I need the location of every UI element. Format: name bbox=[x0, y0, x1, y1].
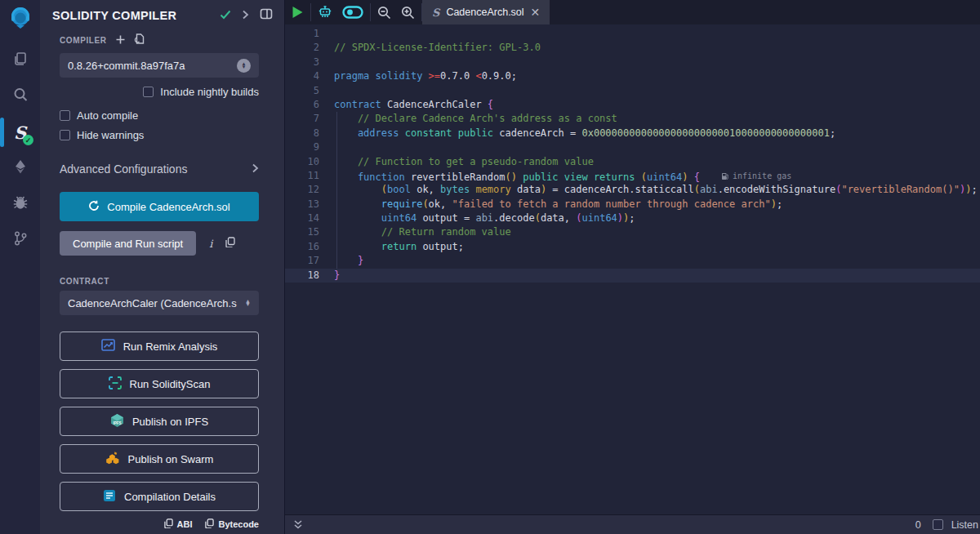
copy-abi-button[interactable]: ABI bbox=[164, 518, 193, 530]
pin-panel-icon[interactable] bbox=[260, 8, 273, 23]
code-line-8[interactable]: 8 address constant public cadenceArch = … bbox=[285, 127, 980, 140]
refresh-icon bbox=[88, 200, 100, 214]
compile-button[interactable]: Compile CadenceArch.sol bbox=[60, 192, 259, 221]
line-number: 12 bbox=[285, 183, 319, 197]
copy-icon bbox=[164, 518, 173, 530]
compiler-version-select[interactable]: 0.8.26+commit.8a97fa7a ▲▼ bbox=[60, 53, 259, 78]
copy-icon bbox=[205, 518, 214, 530]
sidebar-item-deploy-run[interactable] bbox=[0, 150, 40, 186]
compile-and-run-button[interactable]: Compile and Run script bbox=[60, 231, 196, 256]
collapse-panel-icon[interactable] bbox=[242, 8, 249, 23]
bytecode-label: Bytecode bbox=[218, 519, 259, 529]
code-lines: 12// SPDX-License-Identifier: GPL-3.034p… bbox=[285, 27, 980, 283]
code-line-14[interactable]: 14 uint64 output = abi.decode(data, (uin… bbox=[285, 211, 980, 225]
git-branch-icon bbox=[12, 230, 29, 250]
listen-checkbox[interactable] bbox=[933, 519, 943, 530]
active-tab-indicator bbox=[0, 118, 4, 147]
code-line-9[interactable]: 9 bbox=[285, 140, 980, 154]
ethereum-deploy-icon bbox=[12, 158, 29, 178]
chevron-right-icon bbox=[252, 162, 259, 176]
line-number: 10 bbox=[285, 155, 319, 169]
line-number: 5 bbox=[285, 84, 319, 98]
line-number: 4 bbox=[285, 69, 319, 83]
expand-terminal-icon[interactable] bbox=[293, 519, 303, 530]
tab-filename: CadenceArch.sol bbox=[446, 7, 523, 18]
solidity-file-icon: S bbox=[432, 7, 439, 19]
copy-icon[interactable] bbox=[225, 236, 235, 251]
zoom-out-icon[interactable] bbox=[377, 6, 391, 20]
line-number: 8 bbox=[285, 127, 319, 140]
sidebar-item-solidity-compiler[interactable]: S ✓ bbox=[0, 114, 40, 150]
hide-warnings-label: Hide warnings bbox=[77, 129, 144, 141]
line-number: 18 bbox=[285, 269, 319, 283]
line-number: 7 bbox=[285, 112, 319, 126]
compile-success-badge-icon: ✓ bbox=[23, 135, 33, 145]
code-line-13[interactable]: 13 require(ok, "failed to fetch a random… bbox=[285, 198, 980, 211]
run-solidityscan-button[interactable]: Run SolidityScan bbox=[60, 369, 259, 398]
tab-cadencearch-sol[interactable]: S CadenceArch.sol ✕ bbox=[422, 0, 550, 24]
sidebar-item-home[interactable] bbox=[0, 0, 40, 38]
line-number: 1 bbox=[285, 27, 319, 41]
hide-warnings-checkbox[interactable] bbox=[60, 130, 70, 140]
code-line-15[interactable]: 15 // Return random value bbox=[285, 225, 980, 239]
sidebar-item-file-explorer[interactable] bbox=[0, 42, 40, 78]
code-line-10[interactable]: 10 // Function to get a pseudo-random va… bbox=[285, 155, 980, 169]
copilot-toggle[interactable] bbox=[342, 6, 363, 19]
publish-swarm-button[interactable]: Publish on Swarm bbox=[60, 444, 259, 474]
import-compiler-icon[interactable] bbox=[134, 33, 145, 47]
remix-logo-icon bbox=[8, 5, 33, 33]
select-arrows-icon: ▲▼ bbox=[245, 300, 251, 307]
advanced-configurations-label: Advanced Configurations bbox=[60, 162, 252, 176]
code-line-5[interactable]: 5 bbox=[285, 84, 980, 98]
add-compiler-icon[interactable] bbox=[116, 33, 125, 47]
solidity-compiler-panel: SOLIDITY COMPILER COMPILER 0.8.26+commit bbox=[40, 0, 285, 534]
panel-title: SOLIDITY COMPILER bbox=[52, 9, 220, 22]
close-tab-icon[interactable]: ✕ bbox=[531, 6, 541, 19]
terminal-bar: 0 Listen bbox=[285, 514, 980, 534]
copy-bytecode-button[interactable]: Bytecode bbox=[205, 518, 259, 530]
compiled-check-icon bbox=[220, 8, 231, 23]
publish-ipfs-button[interactable]: IPFS Publish on IPFS bbox=[60, 407, 259, 436]
scan-icon bbox=[109, 376, 122, 392]
run-script-play-button[interactable] bbox=[292, 6, 304, 19]
zoom-in-icon[interactable] bbox=[401, 6, 415, 20]
code-line-4[interactable]: 4pragma solidity >=0.7.0 <0.9.0; bbox=[285, 69, 980, 83]
compilation-details-button[interactable]: Compilation Details bbox=[60, 482, 259, 511]
editor-toolbar: S CadenceArch.sol ✕ bbox=[285, 0, 980, 24]
code-line-17[interactable]: 17 } bbox=[285, 254, 980, 268]
compiler-version-value: 0.8.26+commit.8a97fa7a bbox=[68, 60, 237, 72]
code-line-11[interactable]: 11 function revertibleRandom() public vi… bbox=[285, 169, 980, 183]
sidebar-item-git[interactable] bbox=[0, 222, 40, 258]
code-line-1[interactable]: 1 bbox=[285, 27, 980, 41]
gas-estimate-annotation: infinite gas bbox=[721, 169, 791, 183]
info-icon[interactable]: i bbox=[209, 238, 212, 250]
editor-column: S CadenceArch.sol ✕ 12// SPDX-License-Id… bbox=[285, 0, 980, 534]
code-line-18[interactable]: 18} bbox=[285, 269, 980, 283]
contract-select[interactable]: CadenceArchCaler (CadenceArch.s ▲▼ bbox=[60, 291, 259, 315]
code-line-7[interactable]: 7 // Declare Cadence Arch's address as a… bbox=[285, 112, 980, 126]
sidebar-item-search[interactable] bbox=[0, 78, 40, 114]
line-number: 6 bbox=[285, 98, 319, 112]
ai-copilot-robot-icon[interactable] bbox=[318, 5, 332, 20]
analysis-chart-icon bbox=[101, 339, 115, 354]
code-line-6[interactable]: 6contract CadenceArchCaler { bbox=[285, 98, 980, 112]
run-remix-analysis-button[interactable]: Run Remix Analysis bbox=[60, 332, 259, 361]
transaction-count-badge: 0 bbox=[915, 519, 921, 531]
sidebar-item-debugger[interactable] bbox=[0, 186, 40, 222]
include-nightly-checkbox[interactable] bbox=[143, 87, 154, 97]
advanced-configurations-toggle[interactable]: Advanced Configurations bbox=[60, 162, 259, 176]
line-number: 3 bbox=[285, 56, 319, 69]
code-line-3[interactable]: 3 bbox=[285, 56, 980, 69]
file-explorer-icon bbox=[12, 51, 29, 70]
auto-compile-checkbox[interactable] bbox=[60, 110, 70, 121]
code-line-12[interactable]: 12 (bool ok, bytes memory data) = cadenc… bbox=[285, 183, 980, 197]
code-line-16[interactable]: 16 return output; bbox=[285, 240, 980, 254]
line-number: 17 bbox=[285, 254, 319, 268]
abi-label: ABI bbox=[177, 519, 193, 529]
line-number: 15 bbox=[285, 225, 319, 239]
auto-compile-label: Auto compile bbox=[77, 109, 138, 122]
svg-text:IPFS: IPFS bbox=[113, 421, 121, 425]
code-editor[interactable]: 12// SPDX-License-Identifier: GPL-3.034p… bbox=[285, 24, 980, 514]
code-line-2[interactable]: 2// SPDX-License-Identifier: GPL-3.0 bbox=[285, 41, 980, 55]
listen-label: Listen bbox=[951, 519, 978, 531]
